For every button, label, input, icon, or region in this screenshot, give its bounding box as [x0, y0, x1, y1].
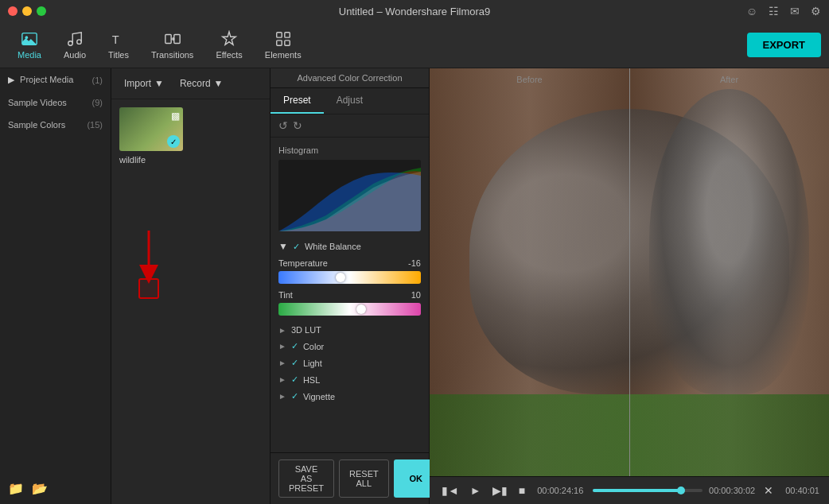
color-chevron: ► — [278, 342, 286, 351]
media-thumbnail[interactable]: ▩ ✓ — [119, 107, 183, 151]
close-button[interactable] — [8, 6, 18, 16]
cart-icon[interactable]: ☷ — [769, 5, 779, 17]
left-panel-bottom: 📁 📂 — [0, 473, 111, 504]
temperature-slider-row: Temperature -16 — [278, 258, 421, 284]
temperature-value: -16 — [408, 258, 421, 268]
svg-rect-10 — [285, 41, 290, 45]
svg-rect-6 — [174, 35, 180, 44]
save-preset-button[interactable]: SAVE AS PRESET — [278, 459, 334, 498]
add-folder-button[interactable]: 📂 — [32, 481, 48, 496]
skip-forward-button[interactable]: ▶▮ — [490, 482, 510, 499]
import-label: Import — [124, 78, 151, 89]
minimize-button[interactable] — [22, 6, 32, 16]
sample-videos-label: Sample Videos — [8, 98, 67, 107]
current-time: 00:00:24:16 — [537, 486, 583, 495]
svg-rect-7 — [276, 33, 281, 37]
svg-point-2 — [68, 41, 73, 46]
tint-slider[interactable] — [278, 303, 421, 316]
svg-rect-9 — [276, 41, 281, 45]
undo-redo-row: ↺ ↻ — [270, 114, 429, 138]
reset-all-button[interactable]: RESET ALL — [339, 459, 388, 498]
color-panel-header: Advanced Color Correction 👁 AB — [270, 68, 429, 88]
main-toolbar: Media Audio T Titles Transitions Effects… — [0, 22, 829, 68]
preview-panel: Before After ▮◄ ► ▶▮ ■ 00:00:24:16 00:00… — [430, 68, 829, 504]
main-content: ▶ Project Media (1) Sample Videos (9) Sa… — [0, 68, 829, 504]
preview-video: Before After — [430, 68, 829, 476]
color-panel-content: Histogram ▼ ✓ White Bal — [270, 138, 429, 452]
light-section[interactable]: ► ✓ Light — [278, 355, 421, 371]
svg-point-1 — [25, 36, 28, 39]
vignette-label: Vignette — [303, 392, 335, 401]
light-label: Light — [303, 359, 322, 368]
sample-colors-label: Sample Colors — [8, 120, 65, 130]
maximize-button[interactable] — [37, 6, 46, 16]
record-label: Record — [180, 78, 211, 89]
3dlut-section[interactable]: ► 3D LUT — [278, 322, 421, 338]
media-toolbar: Import ▼ Record ▼ — [111, 68, 270, 99]
traffic-lights — [8, 6, 46, 16]
media-tab-label: Media — [18, 50, 41, 60]
tint-slider-row: Tint 10 — [278, 290, 421, 316]
import-button[interactable]: Import ▼ — [119, 75, 169, 92]
color-section[interactable]: ► ✓ Color — [278, 338, 421, 355]
tint-label: Tint — [278, 290, 293, 300]
svg-rect-5 — [165, 35, 171, 44]
hsl-section[interactable]: ► ✓ HSL — [278, 371, 421, 388]
titles-tab-label: Titles — [108, 50, 129, 60]
progress-thumb[interactable] — [677, 487, 685, 494]
sidebar-item-titles[interactable]: T Titles — [99, 25, 138, 64]
transitions-tab-label: Transitions — [151, 50, 193, 60]
titlebar: Untitled – Wondershare Filmora9 ☺ ☷ ✉ ⚙ — [0, 0, 829, 22]
elements-tab-label: Elements — [265, 50, 302, 60]
sample-videos-item[interactable]: Sample Videos (9) — [0, 91, 111, 114]
person-icon[interactable]: ☺ — [746, 5, 757, 17]
expand-button[interactable]: ✕ — [761, 482, 776, 499]
project-media-item[interactable]: ▶ Project Media (1) — [0, 68, 111, 91]
export-button[interactable]: EXPORT — [747, 33, 821, 57]
sidebar-item-elements[interactable]: Elements — [255, 25, 311, 64]
add-media-button[interactable]: 📁 — [8, 481, 24, 496]
window-title: Untitled – Wondershare Filmora9 — [339, 6, 491, 17]
selected-check-icon: ✓ — [167, 135, 180, 148]
sample-colors-count: (15) — [87, 120, 103, 130]
temperature-thumb[interactable] — [336, 273, 345, 282]
temperature-label: Temperature — [278, 258, 328, 268]
stop-button[interactable]: ■ — [516, 482, 527, 499]
white-balance-chevron: ▼ — [278, 241, 288, 252]
sidebar-item-audio[interactable]: Audio — [54, 25, 95, 64]
svg-text:T: T — [112, 33, 119, 46]
svg-rect-8 — [285, 33, 290, 37]
redo-button[interactable]: ↻ — [293, 119, 302, 132]
preview-progress-bar[interactable] — [593, 489, 703, 492]
undo-button[interactable]: ↺ — [278, 119, 288, 132]
tab-adjust[interactable]: Adjust — [324, 88, 376, 114]
sidebar-item-transitions[interactable]: Transitions — [142, 25, 203, 64]
color-check: ✓ — [291, 341, 298, 351]
record-button[interactable]: Record ▼ — [175, 75, 228, 92]
sidebar-item-media[interactable]: Media — [8, 25, 51, 64]
temperature-slider[interactable] — [278, 271, 421, 284]
color-action-buttons: SAVE AS PRESET RESET ALL OK — [270, 452, 429, 504]
project-media-count: (1) — [92, 76, 103, 85]
vignette-section[interactable]: ► ✓ Vignette — [278, 388, 421, 405]
color-tabs: Preset Adjust — [270, 88, 429, 114]
media-content: ▩ ✓ wildlife — [111, 99, 270, 504]
skip-back-button[interactable]: ▮◄ — [439, 482, 461, 499]
hsl-label: HSL — [303, 375, 320, 385]
white-balance-check: ✓ — [293, 242, 300, 252]
tint-thumb[interactable] — [356, 304, 366, 314]
light-check: ✓ — [291, 358, 298, 368]
histogram-chart — [278, 160, 421, 231]
sidebar-item-effects[interactable]: Effects — [206, 25, 251, 64]
import-chevron-icon: ▼ — [154, 78, 164, 89]
tab-preset[interactable]: Preset — [270, 88, 324, 114]
preview-divider — [629, 68, 630, 476]
settings-icon[interactable]: ⚙ — [811, 5, 821, 17]
preview-content: Before After — [430, 68, 829, 476]
white-balance-section[interactable]: ▼ ✓ White Balance — [278, 241, 421, 252]
sample-colors-item[interactable]: Sample Colors (15) — [0, 114, 111, 136]
play-button[interactable]: ► — [468, 482, 484, 499]
titlebar-icons: ☺ ☷ ✉ ⚙ — [746, 5, 821, 17]
effects-tab-label: Effects — [216, 50, 242, 60]
mail-icon[interactable]: ✉ — [790, 5, 800, 17]
